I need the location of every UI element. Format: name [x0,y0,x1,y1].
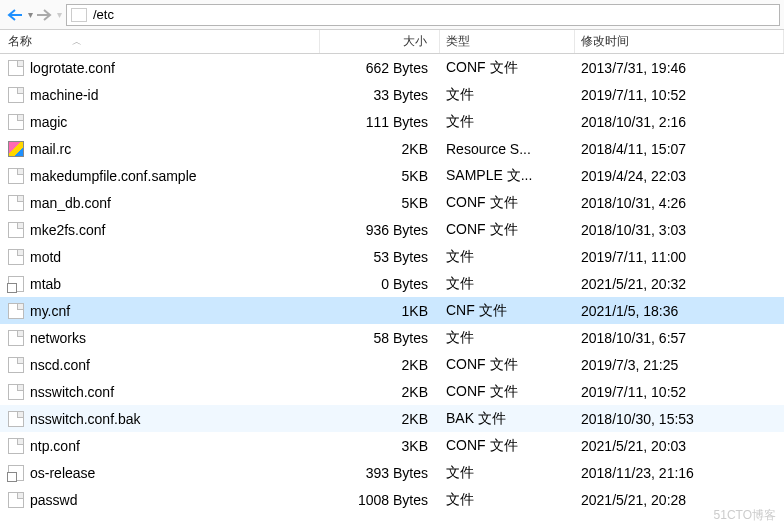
file-size-cell: 393 Bytes [320,465,440,481]
file-name-cell: mail.rc [0,141,320,157]
file-name-cell: passwd [0,492,320,508]
table-row[interactable]: logrotate.conf662 BytesCONF 文件2013/7/31,… [0,54,784,81]
back-button[interactable] [4,4,26,26]
file-icon [8,384,24,400]
file-date-cell: 2019/7/11, 10:52 [575,87,784,103]
file-date-cell: 2018/10/31, 3:03 [575,222,784,238]
file-name-label: magic [30,114,67,130]
file-name-cell: mtab [0,276,320,292]
file-name-cell: magic [0,114,320,130]
table-row[interactable]: passwd1008 Bytes文件2021/5/21, 20:28 [0,486,784,513]
file-size-cell: 5KB [320,195,440,211]
file-name-label: nscd.conf [30,357,90,373]
table-row[interactable]: networks58 Bytes文件2018/10/31, 6:57 [0,324,784,351]
file-name-cell: logrotate.conf [0,60,320,76]
header-date[interactable]: 修改时间 [575,30,784,53]
table-row[interactable]: ntp.conf3KBCONF 文件2021/5/21, 20:03 [0,432,784,459]
arrow-right-icon [36,9,52,21]
table-row[interactable]: nscd.conf2KBCONF 文件2019/7/3, 21:25 [0,351,784,378]
table-row[interactable]: mtab0 Bytes文件2021/5/21, 20:32 [0,270,784,297]
table-row[interactable]: motd53 Bytes文件2019/7/11, 11:00 [0,243,784,270]
file-name-cell: machine-id [0,87,320,103]
file-size-cell: 3KB [320,438,440,454]
file-size-cell: 111 Bytes [320,114,440,130]
file-icon [8,168,24,184]
file-name-label: motd [30,249,61,265]
file-size-cell: 1008 Bytes [320,492,440,508]
file-name-cell: man_db.conf [0,195,320,211]
file-size-cell: 1KB [320,303,440,319]
file-type-cell: Resource S... [440,141,575,157]
table-row[interactable]: nsswitch.conf.bak2KBBAK 文件2018/10/30, 15… [0,405,784,432]
file-icon [8,492,24,508]
watermark-text: 51CTO博客 [714,507,776,524]
file-list: logrotate.conf662 BytesCONF 文件2013/7/31,… [0,54,784,513]
file-size-cell: 662 Bytes [320,60,440,76]
header-size-label: 大小 [403,33,427,50]
file-icon [8,114,24,130]
table-row[interactable]: magic111 Bytes文件2018/10/31, 2:16 [0,108,784,135]
table-row[interactable]: machine-id33 Bytes文件2019/7/11, 10:52 [0,81,784,108]
file-name-label: os-release [30,465,95,481]
file-date-cell: 2018/10/31, 2:16 [575,114,784,130]
file-type-cell: 文件 [440,275,575,293]
file-type-cell: 文件 [440,248,575,266]
file-type-cell: CONF 文件 [440,383,575,401]
file-date-cell: 2018/10/31, 6:57 [575,330,784,346]
file-type-cell: CONF 文件 [440,437,575,455]
table-row[interactable]: mail.rc2KBResource S...2018/4/11, 15:07 [0,135,784,162]
column-headers: 名称 ︿ 大小 类型 修改时间 [0,30,784,54]
file-date-cell: 2019/4/24, 22:03 [575,168,784,184]
table-row[interactable]: nsswitch.conf2KBCONF 文件2019/7/11, 10:52 [0,378,784,405]
header-type-label: 类型 [446,33,470,50]
file-size-cell: 0 Bytes [320,276,440,292]
file-name-cell: ntp.conf [0,438,320,454]
file-icon [8,249,24,265]
file-icon [8,276,24,292]
table-row[interactable]: man_db.conf5KBCONF 文件2018/10/31, 4:26 [0,189,784,216]
file-type-cell: CONF 文件 [440,356,575,374]
file-date-cell: 2021/5/21, 20:32 [575,276,784,292]
file-size-cell: 2KB [320,384,440,400]
file-date-cell: 2021/5/21, 20:28 [575,492,784,508]
file-type-cell: 文件 [440,491,575,509]
file-size-cell: 33 Bytes [320,87,440,103]
file-name-cell: mke2fs.conf [0,222,320,238]
file-name-label: mtab [30,276,61,292]
file-size-cell: 53 Bytes [320,249,440,265]
file-type-cell: CONF 文件 [440,221,575,239]
address-bar[interactable]: /etc [66,4,780,26]
file-name-cell: nscd.conf [0,357,320,373]
header-name[interactable]: 名称 ︿ [0,30,320,53]
file-icon [8,411,24,427]
header-type[interactable]: 类型 [440,30,575,53]
file-name-cell: motd [0,249,320,265]
forward-button[interactable] [33,4,55,26]
file-type-cell: 文件 [440,86,575,104]
header-size[interactable]: 大小 [320,30,440,53]
file-name-label: machine-id [30,87,98,103]
header-name-label: 名称 [8,33,32,50]
file-date-cell: 2019/7/11, 10:52 [575,384,784,400]
file-date-cell: 2018/11/23, 21:16 [575,465,784,481]
file-name-label: mail.rc [30,141,71,157]
file-name-label: nsswitch.conf.bak [30,411,141,427]
file-name-cell: os-release [0,465,320,481]
file-name-label: mke2fs.conf [30,222,105,238]
dropdown-indicator: ▾ [57,9,62,20]
file-date-cell: 2018/10/31, 4:26 [575,195,784,211]
file-name-label: networks [30,330,86,346]
file-size-cell: 5KB [320,168,440,184]
navigation-toolbar: ▾ ▾ /etc [0,0,784,30]
file-icon [8,303,24,319]
header-date-label: 修改时间 [581,33,629,50]
table-row[interactable]: my.cnf1KBCNF 文件2021/1/5, 18:36 [0,297,784,324]
table-row[interactable]: os-release393 Bytes文件2018/11/23, 21:16 [0,459,784,486]
table-row[interactable]: makedumpfile.conf.sample5KBSAMPLE 文...20… [0,162,784,189]
file-icon [8,141,24,157]
file-name-label: logrotate.conf [30,60,115,76]
table-row[interactable]: mke2fs.conf936 BytesCONF 文件2018/10/31, 3… [0,216,784,243]
file-name-cell: nsswitch.conf.bak [0,411,320,427]
file-size-cell: 2KB [320,411,440,427]
file-size-cell: 2KB [320,357,440,373]
